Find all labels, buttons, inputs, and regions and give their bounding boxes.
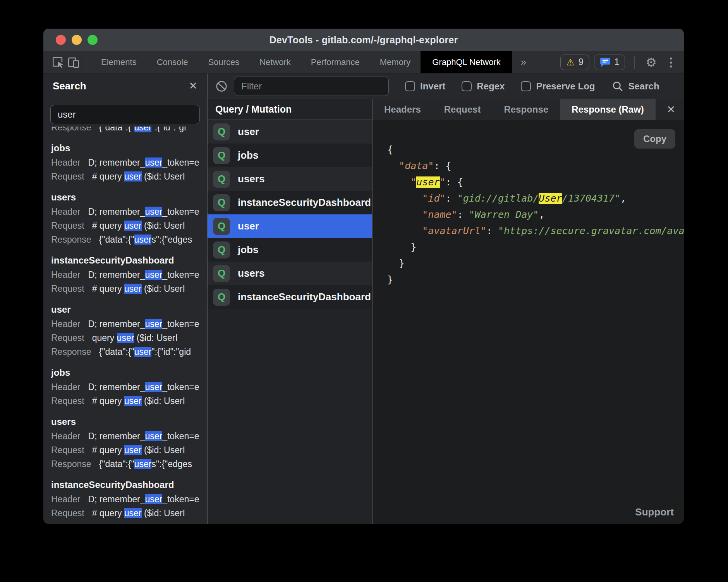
regex-checkbox-group[interactable]: Regex — [462, 81, 505, 92]
inspect-element-icon[interactable] — [50, 55, 66, 70]
search-result-section: Response{"data":{"user":{"id":"gi — [51, 127, 207, 134]
query-list-item[interactable]: Quser — [208, 214, 372, 238]
query-list-item[interactable]: Qjobs — [208, 238, 372, 262]
query-type-icon: Q — [213, 289, 230, 306]
invert-checkbox[interactable] — [405, 81, 415, 91]
tab-response-raw[interactable]: Response (Raw) — [560, 99, 656, 120]
search-result-title: users — [51, 190, 207, 205]
more-tabs-chevron-icon[interactable]: » — [512, 56, 535, 68]
detail-panel: Headers Request Response Response (Raw) … — [372, 99, 684, 524]
tab-request[interactable]: Request — [433, 99, 493, 120]
close-icon[interactable]: ✕ — [666, 99, 675, 120]
preserve-log-label: Preserve Log — [536, 81, 595, 92]
messages-badge[interactable]: 1 — [594, 55, 625, 70]
warning-count: 9 — [579, 57, 584, 67]
message-icon — [600, 57, 611, 67]
search-toggle-label: Search — [628, 81, 659, 92]
search-result-row[interactable]: HeaderD; remember_user_token=e — [51, 156, 207, 169]
title-bar: DevTools - gitlab.com/-/graphql-explorer — [43, 29, 684, 51]
query-list-item[interactable]: Qusers — [208, 167, 372, 191]
search-result-section: usersHeaderD; remember_user_token=eReque… — [51, 414, 207, 471]
search-result-title: jobs — [51, 365, 207, 380]
tab-performance[interactable]: Performance — [301, 51, 370, 73]
filter-bar: Invert Regex Preserve Log — [208, 74, 684, 99]
search-result-row[interactable]: Request# query user ($id: UserI — [51, 219, 207, 233]
search-result-title: users — [51, 414, 207, 429]
search-panel-header: Search ✕ — [43, 74, 207, 99]
search-result-row[interactable]: Request# query user ($id: UserI — [51, 394, 207, 408]
query-list-item[interactable]: Qjobs — [208, 144, 372, 167]
search-result-section: instanceSecurityDashboardHeaderD; rememb… — [51, 253, 207, 296]
search-result-row[interactable]: HeaderD; remember_user_token=e — [51, 492, 207, 506]
close-traffic-light[interactable] — [56, 35, 66, 45]
query-list-item[interactable]: Quser — [208, 120, 372, 144]
gear-icon[interactable]: ⚙ — [639, 55, 663, 70]
regex-checkbox[interactable] — [462, 81, 472, 91]
message-count: 1 — [615, 57, 620, 67]
query-type-icon: Q — [213, 218, 230, 235]
search-result-row[interactable]: HeaderD; remember_user_token=e — [51, 268, 207, 282]
minimize-traffic-light[interactable] — [72, 35, 82, 45]
toolbar-divider — [634, 56, 635, 69]
tab-headers[interactable]: Headers — [373, 99, 433, 120]
search-result-row[interactable]: Response{"data":{"user":{"id":"gid — [51, 345, 207, 359]
preserve-log-checkbox[interactable] — [521, 81, 531, 91]
query-type-icon: Q — [213, 171, 230, 188]
query-type-icon: Q — [213, 123, 230, 140]
device-toolbar-icon[interactable] — [66, 55, 81, 70]
query-list-item[interactable]: QinstanceSecurityDashboard — [208, 285, 372, 309]
query-type-icon: Q — [213, 194, 230, 211]
search-result-row[interactable]: HeaderD; remember_user_token=e — [51, 429, 207, 443]
search-result-title: instanceSecurityDashboard — [51, 253, 207, 268]
search-panel-title: Search — [53, 80, 86, 92]
regex-label: Regex — [477, 81, 505, 92]
search-result-title: user — [51, 302, 207, 317]
preserve-log-checkbox-group[interactable]: Preserve Log — [521, 81, 595, 92]
tab-elements[interactable]: Elements — [91, 51, 147, 73]
tab-response[interactable]: Response — [492, 99, 560, 120]
support-link[interactable]: Support — [635, 506, 674, 518]
search-result-title: jobs — [51, 141, 207, 156]
tab-graphql-network[interactable]: GraphQL Network — [421, 51, 512, 73]
query-name: user — [238, 126, 259, 138]
search-result-row[interactable]: Request# query user ($id: UserI — [51, 169, 207, 183]
warnings-badge[interactable]: ⚠ 9 — [560, 55, 589, 70]
search-result-row[interactable]: Response{"data":{"users":{"edges — [51, 457, 207, 471]
search-result-row[interactable]: Response{"data":{"user":{"id":"gi — [51, 127, 207, 134]
search-result-section: instanceSecurityDashboardHeaderD; rememb… — [51, 478, 207, 520]
query-name: jobs — [238, 244, 258, 256]
traffic-lights — [56, 29, 98, 51]
search-toggle[interactable]: Search — [612, 80, 659, 92]
search-icon — [612, 80, 623, 92]
search-result-row[interactable]: Request# query user ($id: UserI — [51, 443, 207, 457]
detail-footer: Support — [373, 500, 684, 524]
search-results: Response{"data":{"user":{"id":"gijobsHea… — [43, 127, 207, 524]
tab-sources[interactable]: Sources — [198, 51, 249, 73]
search-result-row[interactable]: Request# query user ($id: UserI — [51, 282, 207, 296]
close-icon[interactable]: ✕ — [189, 81, 197, 91]
search-result-section: usersHeaderD; remember_user_token=eReque… — [51, 190, 207, 246]
search-result-row[interactable]: Requestquery user ($id: UserI — [51, 331, 207, 345]
search-result-row[interactable]: HeaderD; remember_user_token=e — [51, 205, 207, 219]
search-result-section: jobsHeaderD; remember_user_token=eReques… — [51, 365, 207, 408]
invert-checkbox-group[interactable]: Invert — [405, 81, 445, 92]
block-icon[interactable] — [215, 80, 228, 92]
kebab-menu-icon[interactable]: ⋮ — [663, 55, 684, 69]
copy-button[interactable]: Copy — [634, 129, 675, 149]
query-name: jobs — [238, 149, 258, 161]
devtools-window: DevTools - gitlab.com/-/graphql-explorer… — [43, 29, 684, 524]
search-input[interactable] — [50, 105, 200, 124]
search-result-row[interactable]: Request# query user ($id: UserI — [51, 506, 207, 520]
query-list-item[interactable]: QinstanceSecurityDashboard — [208, 191, 372, 214]
zoom-traffic-light[interactable] — [88, 35, 98, 45]
filter-input[interactable] — [234, 77, 389, 96]
search-result-row[interactable]: HeaderD; remember_user_token=e — [51, 317, 207, 331]
query-type-icon: Q — [213, 265, 230, 282]
query-type-icon: Q — [213, 147, 230, 164]
query-list-item[interactable]: Qusers — [208, 262, 372, 285]
tab-console[interactable]: Console — [147, 51, 198, 73]
search-result-row[interactable]: Response{"data":{"users":{"edges — [51, 233, 207, 246]
search-result-row[interactable]: HeaderD; remember_user_token=e — [51, 380, 207, 394]
tab-memory[interactable]: Memory — [370, 51, 421, 73]
tab-network[interactable]: Network — [249, 51, 301, 73]
